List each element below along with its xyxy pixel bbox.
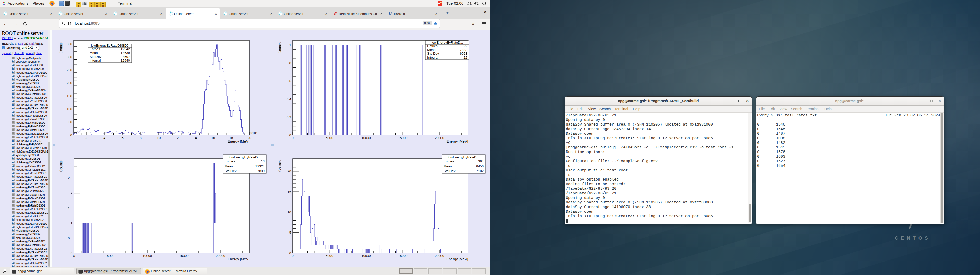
svg-text:200: 200	[67, 81, 72, 85]
svg-text:6456: 6456	[476, 164, 484, 168]
svg-text:0.8: 0.8	[286, 61, 291, 65]
svg-text:Mean: Mean	[444, 164, 452, 168]
svg-text:1: 1	[71, 221, 73, 225]
svg-text:12940: 12940	[121, 58, 130, 62]
svg-text:2: 2	[85, 136, 87, 140]
svg-text:10: 10	[157, 136, 161, 140]
svg-text:Counts: Counts	[278, 42, 282, 54]
svg-text:0: 0	[290, 251, 291, 255]
svg-text:Energy [MeV]: Energy [MeV]	[228, 139, 249, 143]
svg-text:12942: 12942	[121, 47, 130, 51]
svg-text:Integral: Integral	[89, 58, 100, 62]
svg-text:12: 12	[175, 136, 179, 140]
svg-text:Std Dev: Std Dev	[444, 169, 455, 173]
svg-text:0.2: 0.2	[286, 115, 291, 119]
svg-text:22: 22	[464, 44, 467, 48]
svg-text:150: 150	[67, 94, 72, 98]
svg-text:10000: 10000	[361, 136, 371, 140]
svg-text:Energy [MeV]: Energy [MeV]	[446, 139, 468, 143]
svg-text:0: 0	[70, 133, 72, 137]
svg-text:4507: 4507	[123, 55, 130, 58]
svg-text:16: 16	[211, 136, 215, 140]
svg-text:250: 250	[67, 68, 72, 72]
svg-text:7382: 7382	[460, 48, 467, 52]
svg-text:Entries: Entries	[444, 160, 454, 163]
svg-text:Std Dev: Std Dev	[89, 55, 102, 58]
svg-text:14639: 14639	[121, 51, 130, 55]
svg-text:5000: 5000	[326, 254, 333, 258]
svg-text:0: 0	[292, 136, 293, 140]
svg-text:Counts: Counts	[278, 160, 282, 172]
svg-text:15000: 15000	[398, 254, 407, 258]
svg-text:0: 0	[290, 133, 291, 137]
svg-text:lowEnergyEyRateD...: lowEnergyEyRateD...	[229, 155, 261, 159]
svg-text:Counts: Counts	[59, 42, 63, 54]
svg-text:12324: 12324	[256, 164, 265, 168]
svg-text:Entries: Entries	[89, 47, 100, 51]
svg-text:1.5: 1.5	[68, 206, 73, 210]
svg-text:394: 394	[478, 160, 484, 163]
svg-text:20000: 20000	[216, 254, 225, 258]
svg-text:20: 20	[288, 169, 291, 173]
svg-text:1: 1	[290, 43, 291, 47]
svg-text:2.5: 2.5	[68, 176, 73, 180]
svg-text:10000: 10000	[143, 254, 152, 258]
svg-text:0: 0	[292, 254, 293, 258]
svg-text:Entries: Entries	[427, 44, 438, 48]
svg-text:10000: 10000	[361, 254, 371, 258]
svg-text:7102: 7102	[476, 169, 484, 173]
svg-text:300: 300	[67, 55, 72, 59]
svg-text:Counts: Counts	[59, 160, 63, 172]
svg-text:Std Dev: Std Dev	[427, 52, 439, 55]
svg-text:×10³: ×10³	[250, 131, 257, 135]
svg-text:15: 15	[288, 190, 291, 194]
svg-text:Mean: Mean	[427, 48, 436, 52]
svg-text:2: 2	[71, 191, 73, 195]
svg-text:lowEnergyEyRateD...: lowEnergyEyRateD...	[431, 41, 463, 44]
svg-text:Entries: Entries	[224, 160, 235, 163]
svg-text:4: 4	[103, 136, 105, 140]
svg-text:?: ?	[469, 2, 471, 5]
svg-text:20000: 20000	[435, 136, 444, 140]
svg-text:5: 5	[290, 231, 291, 234]
svg-text:22: 22	[464, 55, 467, 59]
svg-text:7839: 7839	[257, 169, 265, 173]
svg-text:Mean: Mean	[224, 164, 233, 168]
svg-text:0.6: 0.6	[286, 79, 291, 83]
svg-text:13: 13	[261, 160, 265, 163]
svg-text:0: 0	[73, 254, 75, 258]
svg-text:8: 8	[140, 136, 142, 140]
svg-text:3: 3	[71, 161, 73, 165]
svg-text:15000: 15000	[179, 254, 188, 258]
svg-text:50: 50	[68, 120, 72, 124]
svg-text:5000: 5000	[107, 254, 115, 258]
svg-text:14: 14	[193, 136, 197, 140]
svg-text:Energy [MeV]: Energy [MeV]	[228, 257, 249, 261]
svg-text:Energy [MeV]: Energy [MeV]	[446, 257, 468, 261]
svg-text:6053: 6053	[460, 52, 467, 55]
svg-text:0.4: 0.4	[286, 97, 291, 101]
svg-text:Std Dev: Std Dev	[224, 169, 237, 173]
svg-text:20000: 20000	[435, 254, 444, 258]
svg-text:0: 0	[71, 251, 73, 255]
svg-text:Mean: Mean	[89, 51, 98, 55]
svg-text:5000: 5000	[326, 136, 333, 140]
svg-text:350: 350	[67, 42, 72, 46]
svg-text:Integral: Integral	[427, 55, 438, 59]
svg-text:lowEnergyEyRateDSSD0: lowEnergyEyRateDSSD0	[91, 44, 129, 47]
svg-text:15000: 15000	[398, 136, 407, 140]
svg-text:6: 6	[121, 136, 123, 140]
svg-text:lowEnergyEyRateD...: lowEnergyEyRateD...	[448, 155, 479, 159]
svg-text:10: 10	[288, 210, 291, 214]
svg-text:0.5: 0.5	[68, 236, 73, 240]
svg-text:100: 100	[67, 107, 72, 111]
